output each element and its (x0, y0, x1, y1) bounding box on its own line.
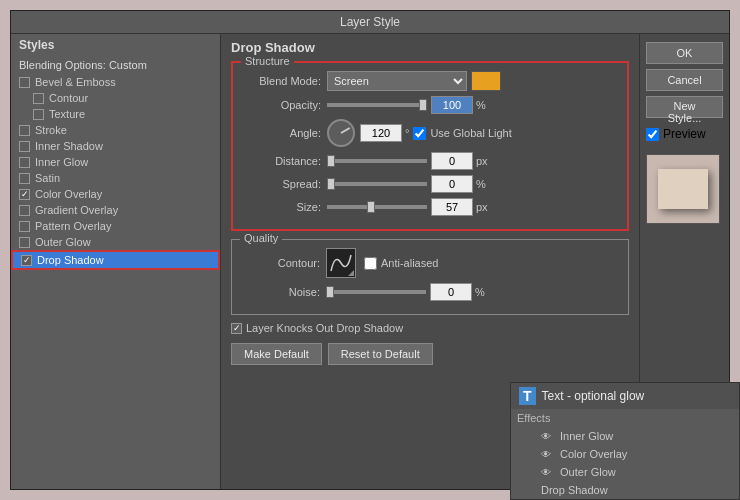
noise-input[interactable] (430, 283, 472, 301)
left-panel: Styles Blending Options: Custom Bevel & … (11, 34, 221, 489)
sidebar-item-satin[interactable]: Satin (11, 170, 220, 186)
noise-unit: % (475, 286, 485, 298)
contour-checkbox[interactable] (33, 93, 44, 104)
inner-glow-dropdown-label: Inner Glow (560, 430, 613, 442)
angle-label: Angle: (241, 127, 321, 139)
sidebar-item-contour[interactable]: Contour (11, 90, 220, 106)
structure-label: Structure (241, 55, 294, 67)
sidebar-item-bevel-emboss[interactable]: Bevel & Emboss (11, 74, 220, 90)
spread-thumb[interactable] (327, 178, 335, 190)
distance-slider[interactable] (327, 159, 427, 163)
sidebar-item-drop-shadow[interactable]: ✓ Drop Shadow (11, 250, 220, 270)
dropdown-header-text: Text - optional glow (542, 389, 645, 403)
sidebar-item-color-overlay[interactable]: ✓ Color Overlay (11, 186, 220, 202)
gradient-overlay-label: Gradient Overlay (35, 204, 118, 216)
sidebar-item-outer-glow[interactable]: Outer Glow (11, 234, 220, 250)
quality-section: Quality Contour: Anti-aliased (231, 239, 629, 315)
eye-icon-inner-glow: 👁 (541, 431, 551, 442)
global-light-label: Use Global Light (430, 127, 511, 139)
cancel-button[interactable]: Cancel (646, 69, 723, 91)
eye-icon-outer-glow: 👁 (541, 467, 551, 478)
spread-row: Spread: % (241, 175, 619, 193)
preview-checkbox[interactable] (646, 128, 659, 141)
quality-label: Quality (240, 232, 282, 244)
spread-unit: % (476, 178, 486, 190)
blending-options-label[interactable]: Blending Options: Custom (11, 56, 220, 74)
size-unit: px (476, 201, 488, 213)
texture-checkbox[interactable] (33, 109, 44, 120)
effects-section-header: Effects (511, 409, 739, 427)
global-light-checkbox[interactable] (413, 127, 426, 140)
ok-button[interactable]: OK (646, 42, 723, 64)
size-input[interactable] (431, 198, 473, 216)
dropdown-drop-shadow[interactable]: Drop Shadow (511, 481, 739, 499)
preview-row: Preview (646, 127, 723, 141)
spread-input[interactable] (431, 175, 473, 193)
opacity-slider[interactable] (327, 103, 427, 107)
opacity-label: Opacity: (241, 99, 321, 111)
outer-glow-checkbox[interactable] (19, 237, 30, 248)
blend-mode-select[interactable]: Screen Normal Multiply Overlay (327, 71, 467, 91)
sidebar-item-gradient-overlay[interactable]: Gradient Overlay (11, 202, 220, 218)
make-default-button[interactable]: Make Default (231, 343, 322, 365)
dropdown-color-overlay[interactable]: 👁 Color Overlay (511, 445, 739, 463)
gradient-overlay-checkbox[interactable] (19, 205, 30, 216)
contour-label: Contour: (240, 257, 320, 269)
color-overlay-dropdown-label: Color Overlay (560, 448, 627, 460)
size-thumb[interactable] (367, 201, 375, 213)
layer-knocks-checkbox[interactable]: ✓ (231, 323, 242, 334)
sidebar-item-texture[interactable]: Texture (11, 106, 220, 122)
sidebar-item-stroke[interactable]: Stroke (11, 122, 220, 138)
opacity-unit: % (476, 99, 486, 111)
dropdown-outer-glow[interactable]: 👁 Outer Glow (511, 463, 739, 481)
pattern-overlay-label: Pattern Overlay (35, 220, 111, 232)
sidebar-item-inner-shadow[interactable]: Inner Shadow (11, 138, 220, 154)
drop-shadow-checkbox[interactable]: ✓ (21, 255, 32, 266)
drop-shadow-label: Drop Shadow (37, 254, 104, 266)
inner-shadow-checkbox[interactable] (19, 141, 30, 152)
contour-preview[interactable] (326, 248, 356, 278)
blend-color-swatch[interactable] (471, 71, 501, 91)
distance-unit: px (476, 155, 488, 167)
stroke-label: Stroke (35, 124, 67, 136)
bevel-emboss-checkbox[interactable] (19, 77, 30, 88)
anti-aliased-label: Anti-aliased (381, 257, 438, 269)
angle-input[interactable] (360, 124, 402, 142)
blend-mode-label: Blend Mode: (241, 75, 321, 87)
pattern-overlay-checkbox[interactable] (19, 221, 30, 232)
size-slider[interactable] (327, 205, 427, 209)
sidebar-item-pattern-overlay[interactable]: Pattern Overlay (11, 218, 220, 234)
sidebar-item-inner-glow[interactable]: Inner Glow (11, 154, 220, 170)
spread-slider[interactable] (327, 182, 427, 186)
color-overlay-label: Color Overlay (35, 188, 102, 200)
noise-slider[interactable] (326, 290, 426, 294)
angle-dial[interactable] (327, 119, 355, 147)
reset-to-default-button[interactable]: Reset to Default (328, 343, 433, 365)
text-layer-icon: T (519, 387, 536, 405)
bevel-emboss-label: Bevel & Emboss (35, 76, 116, 88)
new-style-button[interactable]: New Style... (646, 96, 723, 118)
stroke-checkbox[interactable] (19, 125, 30, 136)
distance-input[interactable] (431, 152, 473, 170)
dropdown-inner-glow[interactable]: 👁 Inner Glow (511, 427, 739, 445)
anti-aliased-wrap: Anti-aliased (364, 257, 438, 270)
inner-glow-label: Inner Glow (35, 156, 88, 168)
drop-shadow-dropdown-label: Drop Shadow (541, 484, 608, 496)
inner-glow-checkbox[interactable] (19, 157, 30, 168)
layer-effects-dropdown: T Text - optional glow Effects 👁 Inner G… (510, 382, 740, 500)
opacity-thumb[interactable] (419, 99, 427, 111)
layer-knocks-label: Layer Knocks Out Drop Shadow (246, 322, 403, 334)
eye-icon-color-overlay: 👁 (541, 449, 551, 460)
color-overlay-checkbox[interactable]: ✓ (19, 189, 30, 200)
opacity-row: Opacity: % (241, 96, 619, 114)
bottom-buttons: Make Default Reset to Default (221, 337, 639, 371)
distance-thumb[interactable] (327, 155, 335, 167)
noise-thumb[interactable] (326, 286, 334, 298)
inner-shadow-label: Inner Shadow (35, 140, 103, 152)
texture-label: Texture (49, 108, 85, 120)
anti-aliased-checkbox[interactable] (364, 257, 377, 270)
opacity-input[interactable] (431, 96, 473, 114)
global-light-wrap: Use Global Light (413, 127, 511, 140)
outer-glow-label: Outer Glow (35, 236, 91, 248)
satin-checkbox[interactable] (19, 173, 30, 184)
